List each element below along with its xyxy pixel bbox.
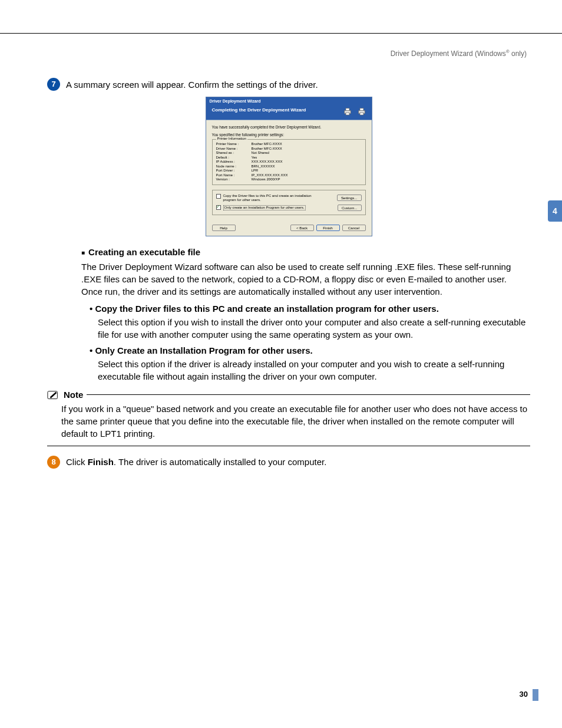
printer-info-box: Printer Information Printer Name :Brothe… — [212, 139, 366, 185]
top-separator — [0, 33, 562, 34]
page-number-bar — [533, 689, 538, 701]
printer-icon — [342, 106, 353, 117]
step8-post: . The driver is automatically installed … — [114, 457, 327, 467]
info-value: Windows 2000/XP — [252, 177, 280, 182]
running-header: Driver Deployment Wizard (Windows® only) — [391, 49, 527, 58]
list-item: Only Create an Installation Program for … — [90, 345, 530, 383]
step-7-text: A summary screen will appear. Confirm th… — [66, 78, 318, 91]
dialog-banner: Completing the Driver Deployment Wizard — [206, 105, 372, 120]
printer-icon — [356, 106, 367, 117]
dialog-footer: Help < Back Finish Cancel — [206, 223, 372, 236]
finish-button[interactable]: Finish — [316, 225, 340, 231]
step-8-text: Click Finish. The driver is automaticall… — [66, 456, 326, 468]
option-copy-row: Copy the Driver files to this PC and cre… — [216, 194, 362, 202]
exec-paragraph: The Driver Deployment Wizard software ca… — [81, 261, 530, 298]
list-item: Copy the Driver files to this PC and cre… — [90, 304, 530, 341]
note-block: Note If you work in a "queue" based netw… — [47, 390, 530, 446]
option-list: Copy the Driver files to this PC and cre… — [90, 304, 530, 383]
info-key: Version : — [216, 177, 252, 182]
info-row: IP Address :XXX.XXX.XXX.XXX — [216, 160, 362, 164]
info-value: Brother MFC-XXXX — [252, 147, 282, 151]
dialog-settings-msg: You specified the following printer sett… — [212, 133, 366, 137]
dialog-success-msg: You have successfully completed the Driv… — [212, 125, 366, 129]
info-row: Default :Yes — [216, 156, 362, 160]
svg-rect-5 — [360, 113, 363, 115]
svg-rect-2 — [346, 113, 349, 115]
info-value: IP_XXX.XXX.XXX.XXX — [252, 173, 288, 178]
info-key: Port Driver : — [216, 169, 252, 173]
info-key: Port Name : — [216, 173, 252, 178]
step8-pre: Click — [66, 457, 88, 467]
copy-checkbox[interactable] — [216, 194, 221, 199]
step-7-badge: 7 — [47, 78, 60, 91]
info-key: Default : — [216, 156, 252, 160]
step-8-line: 8 Click Finish. The driver is automatica… — [47, 456, 530, 469]
note-rule — [87, 394, 530, 395]
step8-bold: Finish — [88, 457, 114, 467]
dialog-titlebar: Driver Deployment Wizard — [206, 97, 372, 105]
info-value: Not Shared — [252, 151, 269, 156]
info-key: IP Address : — [216, 160, 252, 164]
info-row: Version :Windows 2000/XP — [216, 177, 362, 182]
info-row: Shared as :Not Shared — [216, 151, 362, 156]
only-label: Only create an Installation Program for … — [223, 205, 306, 210]
info-row: Node name :BRN_XXXXXX — [216, 164, 362, 169]
info-row: Printer Name :Brother MFC-XXXX — [216, 142, 362, 147]
page-number: 30 — [520, 690, 528, 699]
header-pre: Driver Deployment Wizard (Windows — [391, 50, 506, 58]
wizard-dialog-screenshot: Driver Deployment Wizard Completing the … — [206, 97, 372, 236]
info-row: Port Driver :LPR — [216, 169, 362, 173]
info-legend: Printer Information — [216, 137, 247, 141]
exec-section: Creating an executable file The Driver D… — [81, 247, 530, 383]
note-body: If you work in a "queue" based network a… — [47, 400, 530, 446]
note-label: Note — [64, 390, 83, 400]
help-button[interactable]: Help — [212, 225, 236, 231]
info-key: Printer Name : — [216, 142, 252, 147]
dialog-body: You have successfully completed the Driv… — [206, 120, 372, 223]
banner-title: Completing the Driver Deployment Wizard — [212, 107, 306, 113]
step-7-line: 7 A summary screen will appear. Confirm … — [47, 78, 530, 91]
page-content: 7 A summary screen will appear. Confirm … — [47, 78, 530, 475]
settings-button[interactable]: Settings... — [337, 195, 362, 201]
header-post: only) — [510, 50, 527, 58]
info-value: Yes — [252, 156, 257, 160]
back-button[interactable]: < Back — [290, 225, 314, 231]
info-key: Node name : — [216, 164, 252, 169]
svg-rect-1 — [346, 108, 349, 111]
options-box: Copy the Driver files to this PC and cre… — [212, 190, 366, 215]
exec-heading: Creating an executable file — [81, 247, 530, 257]
sub1-para: Select this option if you wish to instal… — [98, 316, 530, 341]
info-row: Driver Name :Brother MFC-XXXX — [216, 147, 362, 151]
cancel-button[interactable]: Cancel — [342, 225, 366, 231]
sub2-para: Select this option if the driver is alre… — [98, 358, 530, 383]
info-value: Brother MFC-XXXX — [252, 142, 282, 147]
chapter-tab: 4 — [548, 200, 562, 222]
banner-icons — [342, 106, 367, 117]
info-value: BRN_XXXXXX — [252, 164, 275, 169]
info-key: Driver Name : — [216, 147, 252, 151]
copy-label: Copy the Driver files to this PC and cre… — [223, 194, 322, 202]
pencil-note-icon — [47, 390, 60, 400]
info-key: Shared as : — [216, 151, 252, 156]
info-row: Port Name :IP_XXX.XXX.XXX.XXX — [216, 173, 362, 178]
option-only-row: Only create an Installation Program for … — [216, 205, 362, 211]
sub2-heading: Only Create an Installation Program for … — [90, 345, 530, 355]
info-value: LPR — [252, 169, 259, 173]
note-header: Note — [47, 390, 530, 400]
step-8-badge: 8 — [47, 456, 60, 469]
sub1-heading: Copy the Driver files to this PC and cre… — [90, 304, 530, 314]
svg-rect-4 — [360, 108, 363, 111]
custom-button[interactable]: Custom... — [338, 205, 361, 211]
info-value: XXX.XXX.XXX.XXX — [252, 160, 283, 164]
only-checkbox[interactable] — [216, 205, 221, 210]
